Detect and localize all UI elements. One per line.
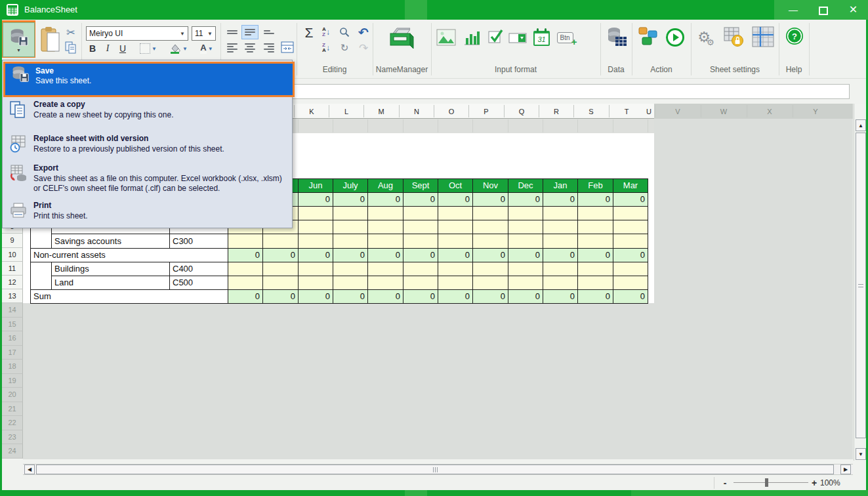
name-manager-button[interactable] [386,25,417,51]
insert-dropdown-button[interactable] [508,30,527,46]
row-header-11[interactable]: 11 [2,262,23,276]
scroll-left-button[interactable]: ◀ [24,465,35,474]
table-input-cell[interactable] [333,262,368,276]
autosum-button[interactable]: Σ [300,24,318,42]
table-value-cell[interactable]: 0 [543,248,578,262]
table-input-cell[interactable] [333,276,368,290]
column-header-S[interactable]: S [573,105,609,118]
insert-date-button[interactable]: 31 [531,25,552,50]
table-row-label[interactable]: Buildings [51,262,170,276]
table-input-cell[interactable] [298,234,333,249]
table-value-cell[interactable]: 0 [333,289,368,304]
zoom-slider-thumb[interactable] [765,478,768,487]
table-input-cell[interactable] [333,206,368,220]
action-blocks-button[interactable] [636,25,659,49]
table-input-cell[interactable] [367,206,403,220]
row-header-20[interactable]: 20 [2,388,23,402]
month-header-cell[interactable]: Jun [298,178,333,193]
row-header-15[interactable]: 15 [2,318,23,331]
table-input-cell[interactable] [228,262,263,276]
table-value-cell[interactable]: 0 [508,289,543,304]
table-value-cell[interactable]: 0 [367,192,403,207]
table-code-cell[interactable]: C500 [169,276,228,290]
merge-cells-button[interactable] [279,39,295,55]
scroll-up-button[interactable]: ▲ [856,119,866,131]
table-input-cell[interactable] [367,276,403,290]
table-input-cell[interactable] [508,262,543,276]
menu-item-save[interactable]: SaveSave this sheet. [5,64,289,91]
search-button[interactable] [337,25,352,39]
maximize-button[interactable] [808,0,838,20]
horizontal-scroll-thumb[interactable] [36,465,834,474]
horizontal-scrollbar[interactable]: ◀ ▶ [23,464,853,475]
font-family-select[interactable]: Meiryo UI ▼ [86,26,188,41]
table-input-cell[interactable] [508,276,543,290]
month-header-cell[interactable]: Feb [577,178,613,193]
table-input-cell[interactable] [613,262,648,276]
paste-button[interactable] [39,24,62,56]
minimize-button[interactable]: — [778,0,808,20]
table-row-label[interactable]: Sum [30,289,228,304]
scroll-down-button[interactable]: ▼ [856,448,866,460]
table-input-cell[interactable] [262,262,299,276]
column-header-T[interactable]: T [609,105,644,118]
row-header-10[interactable]: 10 [2,248,23,262]
table-input-cell[interactable] [367,262,403,276]
zoom-in-button[interactable]: + [810,477,819,489]
table-value-cell[interactable]: 0 [472,289,508,304]
insert-chart-button[interactable] [462,26,482,49]
freeze-panes-button[interactable] [752,25,774,49]
table-value-cell[interactable]: 0 [403,192,438,207]
table-input-cell[interactable] [613,206,648,220]
column-header-U[interactable]: U [644,105,654,118]
font-size-select[interactable]: 11 ▼ [192,26,216,41]
table-value-cell[interactable]: 0 [577,289,613,304]
month-header-cell[interactable]: Mar [613,178,648,193]
table-input-cell[interactable] [472,262,508,276]
italic-button[interactable]: I [101,42,114,55]
table-value-cell[interactable]: 0 [543,289,578,304]
table-value-cell[interactable]: 0 [613,289,648,304]
table-value-cell[interactable]: 0 [543,192,578,207]
table-input-cell[interactable] [333,220,368,234]
table-indent-cell[interactable] [30,262,52,290]
copy-button[interactable] [63,41,79,55]
recalculate-button[interactable]: ↻ [337,41,352,55]
vertical-scrollbar[interactable]: ▲ ▼ [854,104,867,461]
fill-color-button[interactable]: ▼ [165,42,192,55]
table-value-cell[interactable]: 0 [577,248,613,262]
align-bottom-button[interactable] [261,25,277,39]
data-button[interactable] [605,25,629,50]
table-value-cell[interactable]: 0 [438,248,473,262]
row-header-17[interactable]: 17 [2,346,23,360]
align-top-button[interactable] [224,25,240,39]
row-header-14[interactable]: 14 [2,303,23,318]
column-header-R[interactable]: R [539,105,574,118]
row-header-23[interactable]: 23 [2,430,23,444]
sort-ascending-button[interactable]: AZ↓ [319,25,333,39]
row-header-19[interactable]: 19 [2,374,23,388]
table-input-cell[interactable] [228,276,263,290]
table-value-cell[interactable]: 0 [472,192,508,207]
sort-descending-button[interactable]: ZA↓ [319,41,333,55]
table-input-cell[interactable] [577,262,613,276]
column-header-P[interactable]: P [468,105,504,118]
table-value-cell[interactable]: 0 [577,192,613,207]
row-header-24[interactable]: 24 [2,444,23,459]
month-header-cell[interactable]: Nov [472,178,508,193]
table-input-cell[interactable] [472,276,508,290]
table-value-cell[interactable]: 0 [403,289,438,304]
table-code-cell[interactable]: C300 [169,234,228,249]
row-header-18[interactable]: 18 [2,360,23,374]
borders-button[interactable]: ▼ [135,42,161,55]
table-input-cell[interactable] [543,206,578,220]
table-value-cell[interactable]: 0 [298,192,333,207]
month-header-cell[interactable]: Oct [438,178,473,193]
help-button[interactable]: ? [785,26,804,46]
menu-item-create-a-copy[interactable]: Create a copyCreate a new sheet by copyi… [3,99,291,129]
table-value-cell[interactable]: 0 [228,248,263,262]
underline-button[interactable]: U [116,42,129,55]
sheet-options-button[interactable]: ⚙⚙ [695,26,716,49]
table-input-cell[interactable] [613,220,648,234]
scroll-right-button[interactable]: ▶ [840,465,851,474]
